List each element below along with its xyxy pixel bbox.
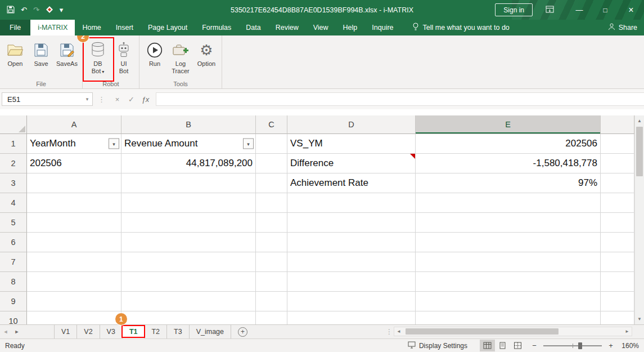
cell-D9[interactable] bbox=[287, 292, 416, 311]
tab-page-layout[interactable]: Page Layout bbox=[141, 20, 195, 35]
cell-B2[interactable]: 44,817,089,200 bbox=[121, 154, 256, 173]
cell-F2[interactable] bbox=[601, 154, 634, 173]
minimize-button[interactable]: — bbox=[566, 0, 592, 20]
cell-C4[interactable] bbox=[256, 193, 287, 213]
hscroll-track[interactable] bbox=[403, 327, 623, 336]
zoom-level[interactable]: 160% bbox=[620, 342, 639, 350]
cell-D5[interactable] bbox=[287, 213, 416, 233]
cell-D4[interactable] bbox=[287, 193, 416, 213]
share-button[interactable]: Share bbox=[608, 20, 637, 35]
cell-F10[interactable] bbox=[601, 311, 634, 324]
row-header-10[interactable]: 10 bbox=[0, 311, 27, 324]
sheet-tab-v2[interactable]: V2 bbox=[77, 325, 100, 338]
tab-home[interactable]: Home bbox=[75, 20, 108, 35]
cell-D1[interactable]: VS_YM bbox=[287, 134, 416, 154]
enter-check-icon[interactable]: ✓ bbox=[124, 95, 138, 104]
cell-D3[interactable]: Achievement Rate bbox=[287, 173, 416, 193]
tab-inquire[interactable]: Inquire bbox=[364, 20, 400, 35]
zoom-out-button[interactable]: − bbox=[530, 341, 539, 350]
tab-file[interactable]: File bbox=[0, 20, 30, 35]
sheet-nav-right-icon[interactable]: ► bbox=[11, 325, 22, 338]
scroll-up-icon[interactable]: ▲ bbox=[635, 116, 644, 126]
cell-C6[interactable] bbox=[256, 233, 287, 252]
ui-bot-button[interactable]: UI Bot bbox=[111, 38, 136, 77]
filter-dropdown-button[interactable]: ▾ bbox=[243, 139, 254, 149]
cell-E4[interactable] bbox=[416, 193, 601, 213]
insert-function-icon[interactable]: ƒx bbox=[138, 95, 152, 104]
cell-A6[interactable] bbox=[27, 233, 121, 252]
hscroll-right-icon[interactable]: ► bbox=[623, 329, 632, 334]
cell-F4[interactable] bbox=[601, 193, 634, 213]
cell-B9[interactable] bbox=[121, 292, 256, 311]
cell-B10[interactable] bbox=[121, 311, 256, 324]
cell-A2[interactable]: 202506 bbox=[27, 154, 121, 173]
row-header-2[interactable]: 2 bbox=[0, 154, 27, 173]
zoom-slider-thumb[interactable] bbox=[578, 342, 582, 349]
save-as-button[interactable]: SaveAs bbox=[55, 38, 79, 77]
cell-B1[interactable]: Revenue Amount▾ bbox=[121, 134, 256, 154]
addin-icon[interactable] bbox=[46, 6, 53, 15]
cell-B5[interactable] bbox=[121, 213, 256, 233]
cell-C5[interactable] bbox=[256, 213, 287, 233]
row-header-5[interactable]: 5 bbox=[0, 213, 27, 233]
cell-A9[interactable] bbox=[27, 292, 121, 311]
cell-E9[interactable] bbox=[416, 292, 601, 311]
cell-D10[interactable] bbox=[287, 311, 416, 324]
row-header-8[interactable]: 8 bbox=[0, 272, 27, 292]
tab-insert[interactable]: Insert bbox=[109, 20, 141, 35]
save-icon[interactable] bbox=[7, 6, 15, 15]
name-box[interactable]: E51 ▾ bbox=[2, 92, 93, 106]
column-header-partial[interactable] bbox=[601, 115, 634, 134]
sheet-tab-t3[interactable]: T3 bbox=[167, 325, 190, 338]
row-header-7[interactable]: 7 bbox=[0, 252, 27, 272]
filter-dropdown-button[interactable]: ▾ bbox=[109, 139, 119, 149]
cell-B8[interactable] bbox=[121, 272, 256, 292]
page-break-view-icon[interactable] bbox=[510, 340, 525, 351]
sign-in-button[interactable]: Sign in bbox=[495, 3, 533, 16]
select-all-corner[interactable] bbox=[0, 115, 27, 134]
maximize-button[interactable]: □ bbox=[592, 0, 618, 20]
redo-icon[interactable]: ↷ bbox=[33, 6, 39, 14]
column-header-C[interactable]: C bbox=[256, 115, 287, 134]
formula-input[interactable] bbox=[156, 92, 644, 106]
hscroll-left-icon[interactable]: ◄ bbox=[394, 329, 403, 334]
cell-A5[interactable] bbox=[27, 213, 121, 233]
db-bot-button[interactable]: 2 DB Bot▾ bbox=[85, 38, 110, 77]
cell-E5[interactable] bbox=[416, 213, 601, 233]
cell-A1[interactable]: YearMonth▾ bbox=[27, 134, 121, 154]
tab-formulas[interactable]: Formulas bbox=[195, 20, 238, 35]
cell-F6[interactable] bbox=[601, 233, 634, 252]
cell-C1[interactable] bbox=[256, 134, 287, 154]
cell-C8[interactable] bbox=[256, 272, 287, 292]
close-button[interactable]: × bbox=[618, 0, 644, 20]
cell-F1[interactable] bbox=[601, 134, 634, 154]
option-button[interactable]: ⚙ Option bbox=[194, 38, 219, 77]
cell-C7[interactable] bbox=[256, 252, 287, 272]
cell-F8[interactable] bbox=[601, 272, 634, 292]
zoom-in-button[interactable]: + bbox=[606, 341, 615, 350]
undo-icon[interactable]: ↶ bbox=[21, 6, 27, 14]
ribbon-display-options-icon[interactable] bbox=[546, 6, 554, 13]
normal-view-icon[interactable] bbox=[480, 340, 495, 351]
tab-i-matrix[interactable]: i-MATRIX bbox=[30, 20, 75, 35]
cancel-icon[interactable]: × bbox=[110, 95, 124, 104]
cell-E1[interactable]: 202506 bbox=[416, 134, 601, 154]
cell-E2[interactable]: -1,580,418,778 bbox=[416, 154, 601, 173]
cell-C3[interactable] bbox=[256, 173, 287, 193]
hscroll-thumb[interactable] bbox=[406, 328, 559, 335]
display-settings-button[interactable]: Display Settings bbox=[406, 341, 470, 350]
run-button[interactable]: Run bbox=[142, 38, 167, 77]
save-button[interactable]: Save bbox=[29, 38, 53, 77]
cell-C9[interactable] bbox=[256, 292, 287, 311]
name-box-dropdown-icon[interactable]: ▾ bbox=[82, 96, 92, 102]
add-sheet-button[interactable]: + bbox=[238, 327, 247, 337]
row-header-6[interactable]: 6 bbox=[0, 233, 27, 252]
cell-B6[interactable] bbox=[121, 233, 256, 252]
page-layout-view-icon[interactable] bbox=[495, 340, 510, 351]
cell-A8[interactable] bbox=[27, 272, 121, 292]
sheet-nav-left-icon[interactable]: ◄ bbox=[0, 325, 11, 338]
cell-D8[interactable] bbox=[287, 272, 416, 292]
log-tracer-button[interactable]: Log Tracer bbox=[168, 38, 193, 77]
tell-me-box[interactable]: Tell me what you want to do bbox=[406, 20, 516, 35]
column-header-B[interactable]: B bbox=[121, 115, 256, 134]
